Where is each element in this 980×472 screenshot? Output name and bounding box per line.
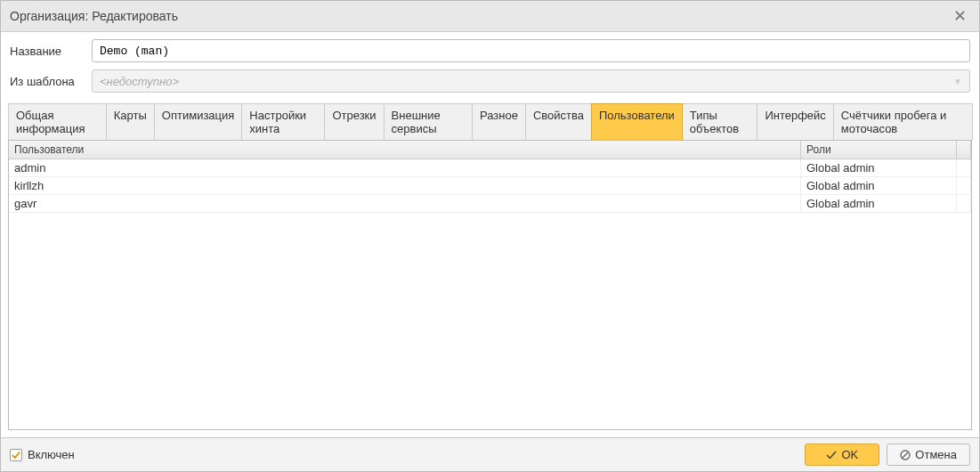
form-row-name: Название [10, 39, 970, 62]
form-row-template: Из шаблона <недоступно> ▼ [10, 69, 970, 93]
cell-user: kirllzh [9, 177, 801, 194]
tab-8[interactable]: Пользователи [591, 103, 683, 140]
name-input[interactable] [92, 39, 970, 62]
window-title: Организация: Редактировать [10, 9, 178, 23]
tab-3[interactable]: Настройки хинта [241, 103, 325, 140]
template-label: Из шаблона [10, 75, 92, 88]
grid-header-spacer [957, 141, 971, 159]
cancel-button[interactable]: Отмена [887, 444, 970, 466]
cell-user: gavr [9, 195, 801, 212]
tab-1[interactable]: Карты [106, 103, 155, 140]
template-select: <недоступно> ▼ [92, 69, 970, 93]
tab-9[interactable]: Типы объектов [682, 103, 758, 140]
tab-2[interactable]: Оптимизация [154, 103, 243, 140]
footer-left: Включен [10, 448, 75, 461]
window: Организация: Редактировать ✕ Название Из… [0, 0, 980, 472]
footer: Включен OK Отмена [1, 437, 979, 471]
grid: Пользователи Роли adminGlobal adminkirll… [8, 141, 972, 430]
cell-spacer [957, 195, 971, 212]
grid-header-user[interactable]: Пользователи [9, 141, 801, 159]
tab-5[interactable]: Внешние сервисы [384, 103, 473, 140]
cell-user: admin [9, 159, 801, 176]
enabled-checkbox[interactable] [10, 449, 22, 461]
template-value: <недоступно> [100, 75, 179, 88]
table-row[interactable]: gavrGlobal admin [9, 195, 971, 213]
cell-role: Global admin [801, 195, 957, 212]
form-area: Название Из шаблона <недоступно> ▼ [1, 32, 979, 103]
footer-right: OK Отмена [805, 444, 970, 466]
ok-button[interactable]: OK [805, 444, 879, 466]
cell-role: Global admin [801, 177, 957, 194]
cancel-icon [900, 450, 911, 460]
close-icon[interactable]: ✕ [950, 6, 970, 26]
ok-label: OK [841, 448, 858, 461]
check-icon [826, 450, 837, 460]
name-label: Название [10, 45, 92, 58]
tab-6[interactable]: Разное [472, 103, 526, 140]
table-row[interactable]: adminGlobal admin [9, 159, 971, 177]
cancel-label: Отмена [915, 448, 957, 461]
tab-0[interactable]: Общая информация [8, 103, 107, 140]
grid-header: Пользователи Роли [9, 141, 971, 159]
grid-body[interactable]: adminGlobal adminkirllzhGlobal admingavr… [9, 159, 971, 429]
chevron-down-icon: ▼ [953, 77, 962, 86]
titlebar: Организация: Редактировать ✕ [1, 1, 979, 32]
grid-header-role[interactable]: Роли [801, 141, 957, 159]
tabstrip: Общая информацияКартыОптимизацияНастройк… [8, 103, 972, 141]
tab-7[interactable]: Свойства [525, 103, 592, 140]
svg-line-1 [903, 452, 908, 458]
cell-spacer [957, 177, 971, 194]
tab-4[interactable]: Отрезки [324, 103, 384, 140]
tab-11[interactable]: Счётчики пробега и моточасов [833, 103, 973, 140]
check-icon [12, 451, 20, 460]
cell-spacer [957, 159, 971, 176]
tab-10[interactable]: Интерфейс [757, 103, 833, 140]
enabled-label: Включен [28, 448, 75, 461]
cell-role: Global admin [801, 159, 957, 176]
table-row[interactable]: kirllzhGlobal admin [9, 177, 971, 195]
